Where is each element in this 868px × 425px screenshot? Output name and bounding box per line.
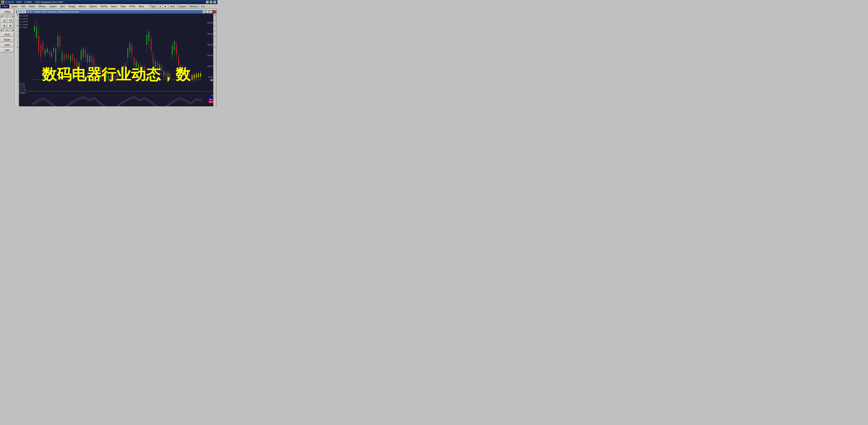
minimize-button[interactable]: _ bbox=[206, 1, 209, 3]
svg-rect-127 bbox=[149, 32, 149, 41]
studies-button[interactable]: Studies bbox=[1, 37, 14, 42]
svg-rect-169 bbox=[194, 74, 194, 78]
nav-right-button[interactable]: ► bbox=[163, 4, 168, 8]
icon-btn-3[interactable]: ✚ bbox=[1, 24, 7, 28]
menu-alert[interactable]: Alert bbox=[59, 4, 67, 8]
left-axis: O= 115.65 H= 119.75 L= 115.65 C= 119.40 … bbox=[19, 13, 32, 91]
menu-mscan[interactable]: MScan bbox=[37, 4, 47, 8]
support-button[interactable]: Support bbox=[177, 4, 188, 8]
svg-rect-75 bbox=[93, 58, 94, 66]
pi2-c: C= 7.40 bbox=[20, 89, 32, 91]
maximize-button[interactable]: □ bbox=[210, 1, 213, 3]
exit-button[interactable]: Exit bbox=[200, 4, 206, 8]
menu-news[interactable]: News bbox=[109, 4, 118, 8]
svg-rect-137 bbox=[159, 64, 160, 69]
close-price: C= 119.40 bbox=[20, 23, 32, 26]
menu-options[interactable]: Options bbox=[88, 4, 99, 8]
nav-left-button[interactable]: ◄ bbox=[157, 4, 162, 8]
app-icon: ▶ bbox=[1, 1, 4, 3]
chart-max-btn[interactable]: □ bbox=[209, 10, 212, 13]
svg-rect-123 bbox=[145, 67, 145, 72]
right-nav-dot2[interactable] bbox=[214, 25, 215, 26]
svg-rect-145 bbox=[168, 73, 168, 77]
svg-rect-19 bbox=[34, 26, 35, 31]
menu-snapq[interactable]: SnapQ bbox=[67, 4, 77, 8]
menu-ordtkt[interactable]: OrdTkt bbox=[99, 4, 109, 8]
menu-ts[interactable]: T&S bbox=[19, 4, 27, 8]
svg-rect-71 bbox=[89, 56, 90, 62]
left-nav-dot4[interactable] bbox=[17, 46, 18, 48]
nav-dot-left[interactable]: · bbox=[1, 15, 2, 17]
svg-rect-175 bbox=[200, 73, 201, 77]
nav-dot2-left[interactable]: · bbox=[1, 30, 2, 31]
stoch-svg bbox=[32, 92, 202, 106]
menu-chart[interactable]: Chart bbox=[0, 4, 9, 8]
svg-rect-87 bbox=[106, 74, 107, 78]
svg-rect-97 bbox=[117, 74, 118, 78]
nav-dot2-right[interactable]: · bbox=[12, 30, 14, 31]
chart-tab[interactable]: KCE,Q bbox=[17, 10, 26, 13]
left-nav-dot2[interactable] bbox=[17, 25, 18, 26]
page-button[interactable]: Page bbox=[149, 4, 157, 8]
svg-rect-43 bbox=[60, 37, 60, 47]
window-button[interactable]: Window bbox=[188, 4, 199, 8]
svg-rect-115 bbox=[136, 61, 136, 67]
svg-rect-133 bbox=[155, 61, 156, 67]
menu-quote[interactable]: Quote bbox=[9, 4, 19, 8]
resd-button[interactable]: ReSd bbox=[1, 32, 14, 37]
icon-btn-2[interactable]: 💾 bbox=[8, 18, 13, 23]
help-button[interactable]: ? bbox=[213, 4, 217, 8]
svg-rect-65 bbox=[83, 48, 84, 57]
svg-rect-25 bbox=[40, 44, 41, 57]
svg-rect-153 bbox=[176, 44, 177, 55]
chart-min-btn[interactable]: _ bbox=[206, 10, 209, 13]
svg-rect-57 bbox=[74, 59, 75, 65]
setup-button[interactable]: Setup bbox=[1, 9, 14, 14]
left-sidebar: Setup · + · 🖨 💾 ✚ ✚ · + · ReSd Studies <… bbox=[0, 9, 15, 106]
save-button[interactable]: Save bbox=[168, 4, 177, 8]
menu-allcon[interactable]: AllCon bbox=[78, 4, 87, 8]
chart-close-btn[interactable]: × bbox=[213, 10, 215, 13]
right-nav-dot1[interactable] bbox=[214, 14, 215, 16]
menu-rfqs[interactable]: RFQs bbox=[128, 4, 137, 8]
menu-more[interactable]: More bbox=[137, 4, 146, 8]
left-nav-dot1[interactable] bbox=[17, 14, 18, 16]
menu-supsrv[interactable]: SupSrv bbox=[48, 4, 58, 8]
svg-rect-63 bbox=[81, 50, 82, 60]
chart-search-btn[interactable]: 🔍 bbox=[203, 10, 206, 13]
svg-rect-135 bbox=[157, 62, 158, 68]
svg-rect-31 bbox=[47, 48, 48, 53]
svg-rect-105 bbox=[125, 64, 126, 68]
right-nav-dot3[interactable] bbox=[214, 36, 215, 37]
svg-rect-89 bbox=[108, 76, 109, 80]
left-nav: + + + bbox=[16, 13, 19, 106]
list-button[interactable]: <list> bbox=[1, 48, 14, 52]
stoch-left: SStoch SSK= 45.22 SSD= 36.14 bbox=[19, 92, 32, 106]
svg-rect-121 bbox=[142, 67, 143, 72]
svg-rect-119 bbox=[140, 65, 141, 70]
svg-rect-33 bbox=[49, 51, 50, 55]
open-price: O= 115.65 bbox=[20, 14, 32, 17]
lock-button[interactable]: 🔒 bbox=[207, 4, 213, 8]
svg-rect-53 bbox=[70, 56, 71, 61]
intd-button[interactable]: <IntD> bbox=[1, 43, 14, 47]
svg-rect-37 bbox=[53, 48, 54, 52]
price-info: O= 115.65 H= 119.75 L= 115.65 C= 119.40 … bbox=[20, 14, 32, 29]
price-50: 50.00 bbox=[208, 76, 213, 78]
svg-rect-81 bbox=[100, 68, 101, 74]
pi2-l: L= 7.5 bbox=[20, 87, 32, 89]
left-nav-dot3[interactable] bbox=[17, 36, 18, 37]
menu-right-area: Page ◄ ► Save Support Window Exit 🔒 ? bbox=[149, 4, 217, 8]
svg-rect-91 bbox=[111, 74, 111, 78]
icon-btn-1[interactable]: 🖨 bbox=[1, 18, 7, 23]
chart-window: KCE,Q KCE - Coffee (ICE), Quarterly (Del… bbox=[16, 9, 217, 106]
nav-dot-right[interactable]: · bbox=[12, 15, 14, 17]
svg-rect-147 bbox=[170, 73, 170, 78]
menu-status[interactable]: Status bbox=[27, 4, 37, 8]
close-button[interactable]: × bbox=[213, 1, 216, 3]
right-nav-dot4[interactable] bbox=[214, 46, 215, 48]
icon-btn-4[interactable]: ✚ bbox=[8, 24, 13, 28]
right-nav: + + + bbox=[213, 13, 216, 106]
menu-trade[interactable]: Trade bbox=[118, 4, 127, 8]
main-chart-row: O= 115.65 H= 119.75 L= 115.65 C= 119.40 … bbox=[19, 13, 213, 91]
